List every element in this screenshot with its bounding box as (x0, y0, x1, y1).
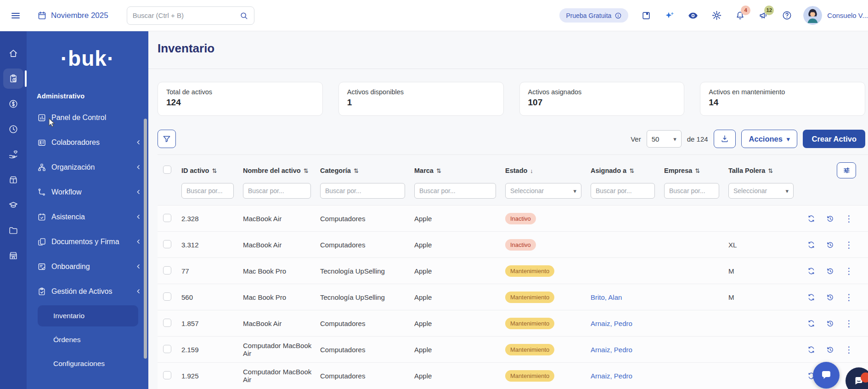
filter-input-asignado[interactable] (591, 183, 655, 199)
sidebar-item-gestion-de-activos[interactable]: Gestión de Activos (27, 279, 148, 304)
assigned-link[interactable]: Arnaiz, Pedro (591, 346, 632, 354)
sort-icon[interactable]: ⇅ (436, 167, 441, 174)
rail-item-time[interactable] (3, 119, 23, 139)
download-button[interactable] (714, 130, 736, 148)
sort-icon[interactable]: ⇅ (629, 167, 634, 174)
rail-item-asset-management[interactable] (3, 69, 23, 89)
sidebar-subitem-configuraciones[interactable]: Configuraciones (27, 352, 148, 376)
save-button[interactable] (641, 10, 652, 21)
filter-select-talla[interactable]: Seleccionar▾ (728, 183, 794, 199)
sidebar-item-colaboradores[interactable]: Colaboradores (27, 130, 148, 155)
filter-input-nombre[interactable] (243, 183, 311, 199)
row-menu-button[interactable]: ⋮ (845, 319, 853, 328)
crear-activo-button[interactable]: Crear Activo (803, 130, 865, 148)
assigned-link[interactable]: Arnaiz, Pedro (591, 320, 632, 327)
sidebar-subitem-inventario[interactable]: Inventario (38, 305, 138, 326)
column-header-marca[interactable]: Marca⇅ (411, 155, 502, 179)
sidebar-item-panel-de-control[interactable]: Panel de Control (27, 105, 148, 130)
row-menu-button[interactable]: ⋮ (845, 214, 853, 223)
row-checkbox[interactable] (163, 345, 171, 353)
row-checkbox[interactable] (163, 319, 171, 327)
row-checkbox[interactable] (163, 292, 171, 301)
row-checkbox[interactable] (163, 240, 171, 248)
search-icon[interactable] (239, 11, 248, 20)
filter-select-estado[interactable]: Seleccionar▾ (505, 183, 581, 199)
acciones-button[interactable]: Acciones ▾ (741, 130, 798, 148)
sort-icon[interactable]: ⇅ (304, 167, 309, 174)
search-input[interactable] (133, 11, 239, 19)
rail-item-wellness[interactable] (3, 144, 23, 165)
header-checkbox[interactable] (163, 166, 171, 174)
notifications-button[interactable]: 4 (734, 10, 745, 21)
rail-item-home[interactable] (3, 43, 23, 63)
sidebar-item-documentos-y-firma[interactable]: Documentos y Firma (27, 229, 148, 254)
sort-desc-icon[interactable]: ↓ (530, 167, 533, 174)
column-settings-button[interactable] (837, 162, 856, 178)
sort-icon[interactable]: ⇅ (695, 167, 700, 174)
filter-input-id[interactable] (181, 183, 234, 199)
sidebar-item-workflow[interactable]: Workflow (27, 180, 148, 205)
help-button[interactable] (781, 10, 792, 21)
ai-assistant-button[interactable] (664, 10, 675, 21)
global-search[interactable] (127, 6, 254, 25)
chevron-down-icon: ▾ (787, 136, 790, 143)
row-sync-button[interactable] (807, 267, 816, 275)
assigned-link[interactable]: Arnaiz, Pedro (591, 372, 632, 380)
row-sync-button[interactable] (807, 319, 816, 328)
row-history-button[interactable] (826, 240, 834, 249)
column-header-categoria[interactable]: Categoría⇅ (317, 155, 411, 179)
column-header-id-activo[interactable]: ID activo⇅ (179, 155, 240, 179)
trial-badge[interactable]: Prueba Gratuita (559, 8, 628, 23)
row-history-button[interactable] (826, 293, 834, 302)
row-sync-button[interactable] (807, 293, 816, 302)
row-checkbox[interactable] (163, 266, 171, 275)
row-menu-button[interactable]: ⋮ (845, 293, 853, 302)
sidebar-item-asistencia[interactable]: Asistencia (27, 205, 148, 229)
filter-input-marca[interactable] (414, 183, 496, 199)
column-header-asignado[interactable]: Asignado a⇅ (588, 155, 661, 179)
rail-item-marketplace[interactable] (3, 246, 23, 266)
row-history-button[interactable] (826, 267, 834, 275)
sidebar-scrollbar[interactable] (144, 119, 147, 359)
row-history-button[interactable] (826, 214, 834, 223)
row-checkbox[interactable] (163, 371, 171, 379)
rail-item-files[interactable] (3, 220, 23, 240)
row-menu-button[interactable]: ⋮ (845, 345, 853, 354)
row-menu-button[interactable]: ⋮ (845, 240, 853, 249)
announcements-button[interactable]: 12 (758, 10, 769, 21)
row-sync-button[interactable] (807, 240, 816, 249)
user-name[interactable]: Consuelo V... (827, 11, 868, 19)
avatar[interactable] (803, 6, 822, 25)
column-header-nombre[interactable]: Nombre del activo⇅ (240, 155, 317, 179)
chat-launcher-button[interactable] (813, 362, 840, 389)
sidebar-item-onboarding[interactable]: Onboarding (27, 254, 148, 279)
assigned-link[interactable]: Brito, Alan (591, 293, 622, 301)
filter-input-empresa[interactable] (664, 183, 719, 199)
sidebar-item-organizacion[interactable]: Organización (27, 155, 148, 180)
sidebar-subitem-ordenes[interactable]: Órdenes (27, 328, 148, 352)
hamburger-menu-button[interactable] (6, 6, 25, 25)
row-history-button[interactable] (826, 319, 834, 328)
dashboard-icon (37, 113, 47, 123)
column-header-empresa[interactable]: Empresa⇅ (661, 155, 726, 179)
chat-bubble-icon (820, 369, 833, 382)
settings-button[interactable] (711, 10, 722, 21)
row-checkbox[interactable] (163, 214, 171, 222)
rail-item-payroll[interactable] (3, 94, 23, 114)
view-mode-button[interactable] (688, 10, 699, 21)
rail-item-benefits[interactable] (3, 170, 23, 190)
sort-icon[interactable]: ⇅ (768, 167, 773, 174)
filter-button[interactable] (158, 130, 176, 148)
rail-item-training[interactable] (3, 195, 23, 215)
sort-icon[interactable]: ⇅ (212, 167, 217, 174)
period-selector[interactable]: Noviembre 2025 (37, 11, 108, 20)
row-sync-button[interactable] (807, 345, 816, 354)
row-menu-button[interactable]: ⋮ (845, 267, 853, 275)
column-header-estado[interactable]: Estado↓ (502, 155, 588, 179)
filter-input-categoria[interactable] (320, 183, 405, 199)
row-history-button[interactable] (826, 345, 834, 354)
page-size-select[interactable]: 50 ▾ (647, 130, 682, 148)
sort-icon[interactable]: ⇅ (354, 167, 359, 174)
row-sync-button[interactable] (807, 214, 816, 223)
column-header-talla-polera[interactable]: Talla Polera⇅ (726, 155, 800, 179)
